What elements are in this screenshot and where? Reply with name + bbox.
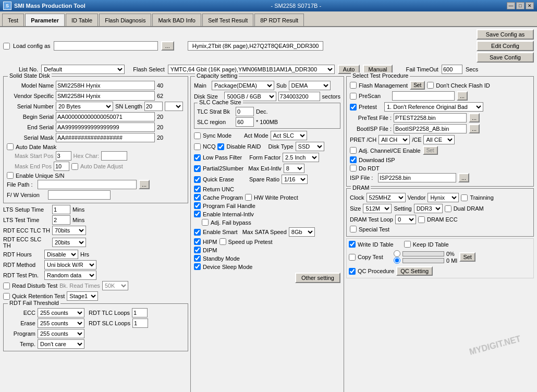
vendor-select[interactable]: Hynix xyxy=(428,193,459,202)
read-disturb-test-checkbox[interactable] xyxy=(3,283,10,289)
pret-ch-select[interactable]: All CH xyxy=(379,135,410,144)
qc-procedure-checkbox[interactable] xyxy=(349,268,356,275)
size-select[interactable]: 512M xyxy=(363,204,392,213)
file-path-input[interactable] xyxy=(38,180,137,189)
download-isp-checkbox[interactable] xyxy=(350,156,357,163)
max-ext-intlv-select[interactable]: 8 xyxy=(284,164,304,173)
load-config-checkbox[interactable] xyxy=(3,43,10,50)
qc-setting-btn[interactable]: QC Setting xyxy=(396,266,433,276)
quick-erase-checkbox[interactable] xyxy=(194,176,201,183)
special-test-checkbox[interactable] xyxy=(350,226,357,232)
close-button[interactable]: ✕ xyxy=(526,2,534,9)
tab-parameter[interactable]: Parameter xyxy=(25,14,65,26)
serial-mask-input[interactable] xyxy=(56,133,155,142)
copy-test-set-btn[interactable]: Set xyxy=(459,252,475,262)
device-sleep-mode-checkbox[interactable] xyxy=(194,263,201,270)
quick-retention-test-checkbox[interactable] xyxy=(3,293,10,300)
sync-mode-checkbox[interactable] xyxy=(194,132,201,139)
setting-select[interactable]: DDR3 xyxy=(414,204,443,213)
adj-set-btn[interactable]: Set xyxy=(423,146,438,155)
edit-config-btn[interactable]: Edit Config xyxy=(477,41,534,51)
pretest-select[interactable]: 1. Don't Reference Original Bad xyxy=(384,102,483,112)
return-unc-checkbox[interactable] xyxy=(194,186,201,192)
auto-date-adjust-checkbox[interactable] xyxy=(71,163,78,170)
main-select[interactable]: Package(DEMA) xyxy=(212,81,274,90)
prescan-checkbox[interactable] xyxy=(350,93,357,100)
begin-serial-input[interactable] xyxy=(56,112,155,121)
dont-check-flash-id-checkbox[interactable] xyxy=(427,82,434,89)
flash-management-set-btn[interactable]: Set xyxy=(410,81,425,90)
tlc-strat-bk-input[interactable] xyxy=(236,107,254,116)
fail-timeout-input[interactable] xyxy=(442,65,462,74)
file-path-browse-btn[interactable]: ... xyxy=(139,180,150,189)
copy-test-radio-2[interactable] xyxy=(394,257,400,264)
copy-test-checkbox[interactable] xyxy=(349,254,356,261)
form-factor-select[interactable]: 2.5 Inch xyxy=(283,153,319,162)
rdt-tlc-loops-input[interactable] xyxy=(132,308,148,317)
tab-self-test[interactable]: Self Test Result xyxy=(202,14,253,26)
rdt-ecc-tlc-th-select[interactable]: 70bits xyxy=(52,226,86,235)
hw-write-protect-checkbox[interactable] xyxy=(245,194,252,201)
prescan-input[interactable] xyxy=(392,91,455,101)
mask-end-pos-input[interactable] xyxy=(54,162,69,171)
program-select[interactable]: 255 counts xyxy=(38,329,84,338)
disk-type-select[interactable]: SSD xyxy=(296,142,324,151)
ncq-checkbox[interactable] xyxy=(194,143,201,150)
rdt-method-select[interactable]: Uni block W/R xyxy=(44,260,96,270)
auto-date-mask-checkbox[interactable] xyxy=(7,143,14,150)
tab-8p-rdt[interactable]: 8P RDT Result xyxy=(254,14,304,26)
temp-select[interactable]: Don't care xyxy=(38,339,84,349)
enable-smart-checkbox[interactable] xyxy=(194,229,201,236)
pret-ce-select[interactable]: All CE xyxy=(423,135,455,144)
dipm-checkbox[interactable] xyxy=(194,247,201,253)
sectors-input[interactable] xyxy=(278,92,320,101)
keep-id-table-checkbox[interactable] xyxy=(404,241,411,248)
erase-select[interactable]: 255 counts xyxy=(38,318,84,328)
act-mode-select[interactable]: Act SLC xyxy=(271,131,307,140)
fw-version-input[interactable] xyxy=(48,190,111,200)
spare-ratio-select[interactable]: 1/16 xyxy=(282,175,308,184)
enable-internal-intlv-checkbox[interactable] xyxy=(194,211,201,217)
sn-length-unit[interactable] xyxy=(165,102,183,111)
hex-char-input[interactable] xyxy=(101,151,127,161)
rdt-ecc-slc-th-select[interactable]: 20bits xyxy=(52,238,86,247)
disable-raid-checkbox[interactable] xyxy=(217,143,224,150)
boot-isp-file-browse-btn[interactable]: ... xyxy=(469,124,480,133)
rdt-hours-select[interactable]: Disable xyxy=(44,250,78,259)
pretest-file-input[interactable] xyxy=(394,113,467,123)
pretest-checkbox[interactable] xyxy=(350,104,357,111)
mask-start-pos-input[interactable] xyxy=(56,151,71,161)
rdt-test-ptn-select[interactable]: Random data xyxy=(44,271,96,280)
lts-setup-time-input[interactable] xyxy=(52,205,70,214)
clock-select[interactable]: 525MHZ xyxy=(367,193,406,202)
tab-mark-bad[interactable]: Mark BAD Info xyxy=(152,14,201,26)
end-serial-input[interactable] xyxy=(56,123,155,132)
serial-number-select[interactable]: 20 Bytes xyxy=(56,102,113,111)
dram-test-loop-select[interactable]: 0 xyxy=(395,215,416,224)
cache-program-checkbox[interactable] xyxy=(194,194,201,201)
write-id-table-checkbox[interactable] xyxy=(349,241,356,248)
do-rdt-checkbox[interactable] xyxy=(350,165,357,172)
adj-channel-ce-checkbox[interactable] xyxy=(350,147,357,154)
slc-region-input[interactable] xyxy=(236,117,254,127)
other-setting-btn[interactable]: Other setting xyxy=(295,273,340,283)
ecc-select[interactable]: 255 counts xyxy=(38,308,84,317)
quick-retention-value-select[interactable]: Stage1 xyxy=(67,291,98,301)
model-name-input[interactable] xyxy=(56,81,155,90)
isp-file-browse-btn[interactable]: ... xyxy=(458,173,469,182)
enable-unique-sn-checkbox[interactable] xyxy=(7,172,14,179)
sub-select[interactable]: DEMA xyxy=(289,81,331,90)
speed-up-pretest-checkbox[interactable] xyxy=(219,238,226,245)
maximize-button[interactable]: □ xyxy=(516,2,524,9)
vendor-specific-input[interactable] xyxy=(56,91,155,101)
dual-dram-checkbox[interactable] xyxy=(445,205,451,212)
tab-flash-diagnosis[interactable]: Flash Diagnosis xyxy=(99,14,151,26)
save-config-btn[interactable]: Save Config xyxy=(477,52,534,63)
low-pass-filter-checkbox[interactable] xyxy=(194,154,201,161)
hipm-checkbox[interactable] xyxy=(194,238,201,245)
max-sata-speed-select[interactable]: 8Gb xyxy=(289,227,315,237)
tab-test[interactable]: Test xyxy=(2,14,24,26)
dram-ecc-checkbox[interactable] xyxy=(418,216,425,223)
load-config-browse-btn[interactable]: ... xyxy=(161,41,174,51)
sn-length-input[interactable] xyxy=(144,102,163,111)
